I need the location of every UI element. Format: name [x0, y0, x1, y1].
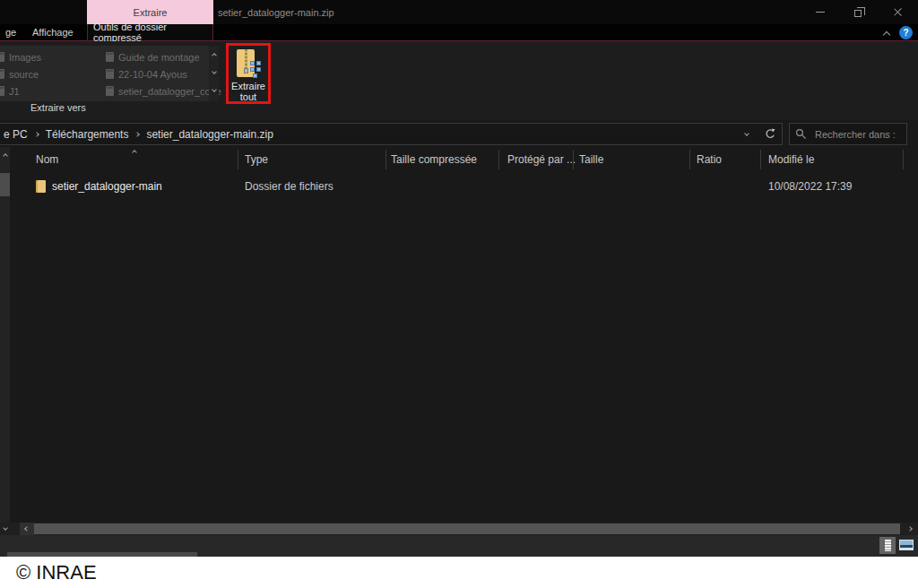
gallery-item-label: source — [9, 69, 39, 80]
extract-all-button[interactable]: Extraire tout — [226, 43, 271, 104]
file-row[interactable]: setier_datalogger-main Dossier de fichie… — [10, 176, 918, 197]
ribbon-tab-row: ge Affichage Outils de dossier compressé… — [0, 24, 918, 41]
breadcrumb-item[interactable]: setier_datalogger-main.zip — [143, 128, 276, 141]
column-divider[interactable] — [689, 150, 690, 169]
chevron-down-icon — [3, 525, 8, 531]
horizontal-scrollbar[interactable] — [0, 523, 918, 535]
gallery-item[interactable]: setier_datalogger_code — [106, 82, 221, 99]
gallery-item-label: 22-10-04 Ayous — [118, 69, 187, 80]
scroll-up-button[interactable] — [0, 149, 10, 160]
column-header-ratio[interactable]: Ratio — [697, 147, 722, 172]
gallery-item[interactable]: source — [0, 65, 39, 82]
scroll-right-button[interactable] — [902, 523, 917, 535]
folder-icon — [106, 69, 114, 79]
ribbon-group-label: Extraire vers — [30, 102, 86, 113]
folder-icon — [106, 52, 114, 62]
restore-icon — [854, 10, 862, 17]
sort-ascending-icon — [132, 150, 137, 155]
extract-all-label: Extraire tout — [231, 81, 265, 102]
chevron-up-icon — [212, 53, 217, 58]
address-bar[interactable]: e PC Téléchargements setier_datalogger-m… — [0, 123, 783, 145]
image-caption: © INRAE — [16, 561, 97, 584]
minimize-button[interactable] — [805, 0, 836, 23]
search-input[interactable] — [813, 128, 901, 141]
explorer-window: Extraire setier_datalogger-main.zip ge A… — [0, 0, 918, 557]
vertical-scrollbar[interactable] — [0, 147, 10, 523]
column-header-type[interactable]: Type — [245, 147, 268, 172]
address-dropdown-button[interactable] — [737, 124, 757, 144]
column-divider[interactable] — [573, 150, 574, 169]
column-divider[interactable] — [903, 150, 904, 169]
folder-icon — [106, 86, 114, 96]
file-type: Dossier de fichiers — [245, 176, 333, 197]
close-icon — [893, 7, 903, 17]
chevron-right-icon — [135, 132, 141, 137]
zip-extract-icon — [235, 49, 262, 78]
collapse-ribbon-button[interactable] — [879, 27, 895, 39]
gallery-item-label: setier_datalogger_code — [118, 86, 221, 97]
thumbnails-view-button[interactable] — [898, 539, 914, 551]
ribbon: Images source J1 Guide de montage 22-10-… — [0, 41, 918, 120]
column-divider[interactable] — [498, 150, 499, 169]
folder-icon — [36, 180, 46, 193]
chevron-right-icon — [907, 526, 913, 532]
close-button[interactable] — [882, 0, 913, 23]
gallery-item[interactable]: 22-10-04 Ayous — [106, 65, 187, 82]
column-header-nom[interactable]: Nom — [36, 147, 58, 172]
file-name: setier_datalogger-main — [52, 176, 162, 197]
chevron-down-icon — [744, 131, 749, 136]
thumbnails-view-icon — [899, 540, 914, 550]
column-divider[interactable] — [760, 150, 761, 169]
chevron-right-icon — [34, 132, 39, 137]
window-title: setier_datalogger-main.zip — [218, 0, 334, 24]
chevron-up-icon — [3, 153, 8, 159]
details-view-button[interactable] — [879, 537, 896, 554]
folder-icon — [0, 52, 4, 62]
chevron-left-icon — [24, 526, 30, 532]
column-header-taille[interactable]: Taille — [579, 147, 603, 172]
gallery-item[interactable]: J1 — [0, 82, 20, 99]
refresh-button[interactable] — [760, 124, 780, 144]
tab-outils-dossier-compresse[interactable]: Outils de dossier compressé — [87, 24, 213, 40]
scroll-left-button[interactable] — [20, 523, 34, 535]
gallery-scroll-controls — [209, 46, 219, 101]
chevron-down-icon — [212, 69, 217, 74]
gallery-item[interactable]: Images — [0, 48, 41, 65]
vertical-scrollbar-thumb[interactable] — [0, 173, 10, 196]
scroll-down-button[interactable] — [0, 523, 10, 534]
horizontal-scrollbar-thumb[interactable] — [34, 523, 900, 534]
file-modified-date: 10/08/2022 17:39 — [768, 176, 852, 197]
search-box[interactable] — [789, 123, 907, 145]
gallery-scroll-down-button[interactable] — [209, 64, 219, 81]
tab-affichage[interactable]: Affichage — [27, 24, 79, 40]
breadcrumb-item[interactable]: Téléchargements — [42, 128, 133, 141]
column-header-modifie-le[interactable]: Modifié le — [768, 147, 814, 172]
minimize-icon — [816, 12, 825, 13]
chevron-up-icon — [883, 30, 890, 38]
gallery-item-label: J1 — [9, 86, 20, 97]
details-view-icon — [885, 540, 891, 551]
gallery-item-label: Images — [9, 52, 41, 63]
gallery-item[interactable]: Guide de montage — [106, 48, 200, 65]
address-row: e PC Téléchargements setier_datalogger-m… — [0, 120, 918, 147]
chevron-down-icon — [212, 87, 217, 92]
gallery-more-button[interactable] — [209, 82, 219, 99]
restore-button[interactable] — [844, 0, 874, 23]
column-divider[interactable] — [385, 150, 386, 169]
gallery-scroll-up-button[interactable] — [209, 46, 219, 63]
folder-icon — [0, 69, 4, 79]
column-header-row: Nom Type Taille compressée Protégé par .… — [10, 147, 918, 172]
column-header-taille-compressee[interactable]: Taille compressée — [391, 147, 477, 172]
folder-icon — [0, 86, 4, 96]
window-edge-strip — [7, 552, 197, 557]
extract-destination-gallery: Images source J1 Guide de montage 22-10-… — [0, 46, 209, 101]
help-button[interactable]: ? — [899, 26, 913, 39]
contextual-tab-group-header: Extraire — [87, 0, 213, 24]
gallery-item-label: Guide de montage — [118, 52, 200, 63]
column-divider[interactable] — [238, 150, 238, 169]
tab-partage-partial[interactable]: ge — [0, 24, 22, 40]
column-header-protege-par[interactable]: Protégé par ... — [507, 147, 576, 172]
search-icon — [795, 128, 807, 140]
screenshot-stage: Extraire setier_datalogger-main.zip ge A… — [0, 0, 918, 588]
breadcrumb-item[interactable]: e PC — [0, 128, 31, 141]
